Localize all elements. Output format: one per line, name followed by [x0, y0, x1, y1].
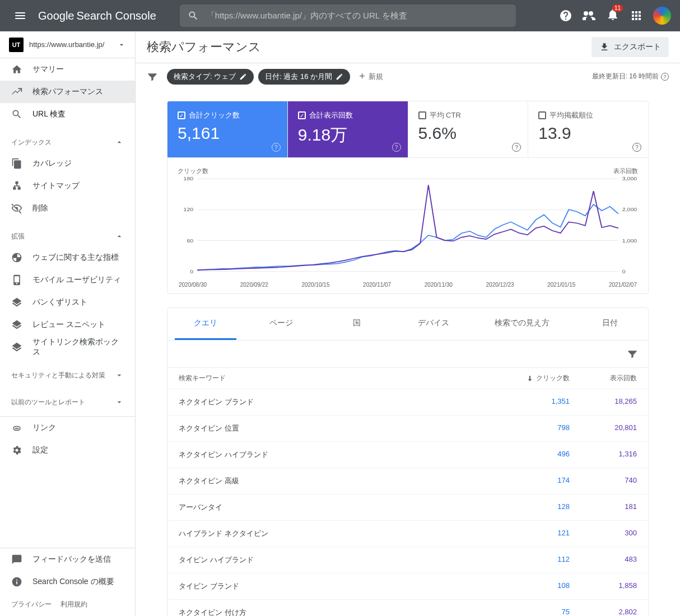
chevron-down-icon — [117, 40, 126, 49]
feedback-link[interactable]: フィードバックを送信 — [0, 548, 135, 571]
chevron-down-icon — [115, 371, 124, 380]
chevron-up-icon — [115, 138, 124, 147]
info-icon[interactable]: ? — [392, 143, 401, 152]
nav-home[interactable]: サマリー — [0, 58, 135, 81]
table-row[interactable]: ハイブランド ネクタイピン 121 300 — [167, 520, 648, 547]
table-row[interactable]: ネクタイピン ハイブランド 496 1,316 — [167, 441, 648, 468]
table-row[interactable]: ネクタイピン 位置 798 20,801 — [167, 415, 648, 441]
site-selector[interactable]: UT https://www.urbantie.jp/ — [0, 31, 135, 58]
search-placeholder: 「https://www.urbantie.jp/」内のすべての URL を検査 — [207, 11, 407, 21]
sidebar: UT https://www.urbantie.jp/ サマリー 検索パフォーマ… — [0, 31, 136, 616]
menu-button[interactable] — [9, 4, 31, 27]
filter-icon[interactable] — [147, 71, 158, 82]
nav-trend[interactable]: 検索パフォーマンス — [0, 81, 135, 103]
chip-date[interactable]: 日付: 過去 16 か月間 — [258, 69, 350, 85]
gear-icon — [11, 445, 22, 456]
tab-4[interactable]: 検索での見え方 — [479, 308, 565, 340]
eye-off-icon — [11, 203, 22, 214]
tab-3[interactable]: デバイス — [402, 308, 465, 340]
nav-sitemap[interactable]: サイトマップ — [0, 175, 135, 197]
tab-2[interactable]: 国 — [326, 308, 388, 340]
privacy-link[interactable]: プライバシー — [11, 600, 52, 609]
nav-search[interactable]: URL 検査 — [0, 103, 135, 125]
home-icon — [11, 64, 22, 75]
info-icon[interactable]: ? — [272, 143, 281, 152]
chart[interactable]: 00601,0001202,0001803,000 — [178, 176, 638, 277]
search-icon — [188, 10, 199, 21]
section-ext[interactable]: 拡張 — [0, 226, 135, 246]
svg-text:0: 0 — [190, 268, 193, 274]
site-badge: UT — [9, 38, 24, 52]
avatar[interactable] — [653, 7, 671, 25]
metric-1[interactable]: 合計表示回数 9.18万 ? — [288, 101, 408, 157]
tab-0[interactable]: クエリ — [175, 308, 236, 340]
help-icon[interactable] — [559, 9, 572, 22]
page-header: 検索パフォーマンス エクスポート — [136, 31, 680, 63]
tab-5[interactable]: 日付 — [579, 308, 641, 340]
link-icon — [11, 422, 22, 433]
nav-eye-off[interactable]: 削除 — [0, 197, 135, 220]
layers-icon — [11, 319, 22, 330]
metric-cards: 合計クリック数 5,161 ? 合計表示回数 9.18万 ? 平均 CTR 5.… — [167, 101, 649, 158]
search-icon — [11, 109, 22, 120]
svg-text:1,000: 1,000 — [622, 237, 637, 243]
app-header: GoogleSearch Console 「https://www.urbant… — [0, 0, 680, 31]
nav-phone[interactable]: モバイル ユーザビリティ — [0, 269, 135, 291]
page-title: 検索パフォーマンス — [147, 39, 261, 55]
info-icon[interactable]: ? — [512, 143, 521, 152]
info-icon[interactable]: ? — [661, 73, 669, 81]
svg-text:3,000: 3,000 — [622, 176, 637, 181]
menu-icon — [15, 12, 25, 19]
add-filter-button[interactable]: +新規 — [355, 69, 388, 85]
nav-layers[interactable]: サイトリンク検索ボックス — [0, 336, 135, 358]
section-index[interactable]: インデックス — [0, 132, 135, 152]
terms-link[interactable]: 利用規約 — [60, 600, 87, 609]
table-tabs: クエリ ページ 国 デバイス 検索での見え方 日付 — [167, 308, 648, 340]
tab-1[interactable]: ページ — [250, 308, 312, 340]
table-row[interactable]: タイピン ハイブランド 112 483 — [167, 547, 648, 573]
notifications-button[interactable]: 11 — [606, 8, 620, 24]
legal-links: プライバシー 利用規約 — [0, 593, 135, 616]
metric-0[interactable]: 合計クリック数 5,161 ? — [167, 101, 288, 157]
nav-gear[interactable]: 設定 — [0, 439, 135, 461]
last-updated: 最終更新日: 16 時間前 ? — [592, 72, 669, 81]
checkbox-icon — [178, 111, 185, 119]
table-row[interactable]: ネクタイピン 付け方 75 2,802 — [167, 599, 648, 616]
table-row[interactable]: アーバンタイ 128 181 — [167, 494, 648, 520]
nav-layers[interactable]: パンくずリスト — [0, 291, 135, 314]
info-icon[interactable]: ? — [632, 143, 641, 152]
svg-text:0: 0 — [622, 268, 626, 274]
section-security[interactable]: セキュリティと手動による対策 — [0, 365, 135, 385]
table-row[interactable]: タイピン ブランド 108 1,858 — [167, 573, 648, 599]
query-table-card: クエリ ページ 国 デバイス 検索での見え方 日付 検索キーワード クリック数 … — [167, 307, 649, 616]
metric-2[interactable]: 平均 CTR 5.6% ? — [408, 101, 529, 157]
col-impressions[interactable]: 表示回数 — [570, 374, 637, 383]
nav-speed[interactable]: ウェブに関する主な指標 — [0, 246, 135, 269]
table-row[interactable]: ネクタイピン 高級 174 740 — [167, 468, 648, 494]
svg-text:2,000: 2,000 — [622, 207, 637, 212]
chip-search-type[interactable]: 検索タイプ: ウェブ — [167, 69, 254, 85]
nav-copy[interactable]: カバレッジ — [0, 152, 135, 175]
col-clicks[interactable]: クリック数 — [502, 374, 570, 383]
about-link[interactable]: Search Console の概要 — [0, 571, 135, 593]
svg-text:60: 60 — [187, 237, 193, 243]
nav-link[interactable]: リンク — [0, 417, 135, 439]
metric-3[interactable]: 平均掲載順位 13.9 ? — [528, 101, 648, 157]
main: 検索パフォーマンス エクスポート 検索タイプ: ウェブ 日付: 過去 16 か月… — [136, 31, 680, 616]
search-input[interactable]: 「https://www.urbantie.jp/」内のすべての URL を検査 — [180, 4, 516, 27]
trend-icon — [11, 86, 22, 97]
apps-icon[interactable] — [630, 9, 643, 22]
checkbox-icon — [418, 111, 426, 119]
copy-icon — [11, 158, 22, 169]
people-icon[interactable] — [583, 9, 596, 22]
section-old-tools[interactable]: 以前のツールとレポート — [0, 392, 135, 412]
chevron-up-icon — [115, 232, 124, 241]
nav-layers[interactable]: レビュー スニペット — [0, 314, 135, 336]
info-icon — [11, 576, 22, 587]
table-row[interactable]: ネクタイピン ブランド 1,351 18,265 — [167, 389, 648, 415]
table-filter-icon[interactable] — [627, 348, 638, 360]
filter-bar: 検索タイプ: ウェブ 日付: 過去 16 か月間 +新規 最終更新日: 16 時… — [136, 63, 680, 90]
export-button[interactable]: エクスポート — [591, 37, 669, 57]
col-keyword[interactable]: 検索キーワード — [179, 374, 502, 383]
chevron-down-icon — [115, 398, 124, 407]
